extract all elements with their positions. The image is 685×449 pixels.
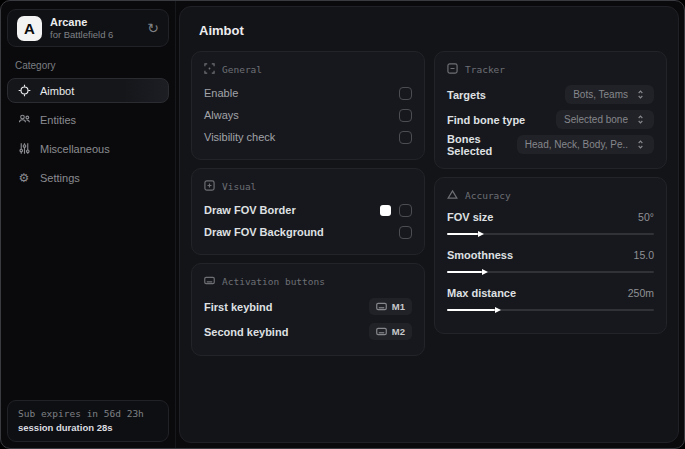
card-columns: General Enable Always Visibility check [190,51,668,356]
expand-icon [635,114,646,125]
sidebar-item-settings[interactable]: ⚙ Settings [7,165,169,190]
keybind-row-second: Second keybind M2 [204,319,412,344]
setting-row-visibility-check: Visibility check [204,126,412,148]
card-accuracy: Accuracy FOV size 50° Smoothness 15.0 [434,177,667,334]
sliders-icon [17,142,31,156]
app-logo: A [17,16,42,41]
fov-border-controls [380,204,412,217]
color-swatch[interactable] [380,205,391,216]
app-name: Arcane [50,16,113,28]
crosshair-icon [17,84,31,98]
app-header: A Arcane for Battlefield 6 ↻ [7,9,169,47]
slider-header: FOV size 50° [447,208,654,226]
card-title: Accuracy [465,190,511,201]
dropdown-value: Selected bone [564,114,628,125]
slider-label: Max distance [447,287,516,299]
targets-dropdown[interactable]: Bots, Teams [565,85,654,104]
bones-selected-dropdown[interactable]: Head, Neck, Body, Pe.. [517,135,654,154]
slider-header: Max distance 250m [447,284,654,302]
app-title-block: Arcane for Battlefield 6 [50,16,113,40]
draw-fov-border-checkbox[interactable] [399,204,412,217]
card-accuracy-header: Accuracy [447,187,654,204]
sidebar-item-label: Entities [40,114,76,126]
dropdown-value: Head, Neck, Body, Pe.. [525,139,628,150]
slider-fill [447,271,482,273]
entities-icon [17,113,31,127]
sidebar-item-miscellaneous[interactable]: Miscellaneous [7,136,169,161]
setting-row-draw-fov-border: Draw FOV Border [204,199,412,221]
page-title: Aimbot [199,23,668,38]
triangle-icon [447,189,458,202]
keybind-value: M1 [392,301,405,312]
tracker-label: Bones Selected [447,133,517,157]
tracker-row-targets: Targets Bots, Teams [447,82,654,107]
app-window: A Arcane for Battlefield 6 ↻ Category Ai… [0,0,685,449]
subscription-expires: Sub expires in 56d 23h [18,408,158,419]
setting-label: Draw FOV Background [204,226,324,238]
keybind-row-first: First keybind M1 [204,294,412,319]
keyboard-icon [376,301,387,312]
card-title: Activation buttons [222,276,325,287]
second-keybind-button[interactable]: M2 [369,323,412,340]
card-activation-buttons: Activation buttons First keybind M1 Seco… [191,263,425,356]
smoothness-slider[interactable] [447,271,654,273]
focus-icon [204,63,215,76]
keybind-value: M2 [392,326,405,337]
refresh-icon[interactable]: ↻ [147,21,159,35]
card-general-header: General [204,61,412,78]
card-general: General Enable Always Visibility check [191,51,425,160]
tracker-label: Targets [447,89,486,101]
max-distance-slider[interactable] [447,309,654,311]
first-keybind-button[interactable]: M1 [369,298,412,315]
card-tracker: Tracker Targets Bots, Teams Find bone ty… [434,51,667,169]
slider-fill [447,233,478,235]
sidebar-item-label: Settings [40,172,80,184]
tracker-row-find-bone-type: Find bone type Selected bone [447,107,654,132]
fov-size-slider[interactable] [447,233,654,235]
tracker-row-bones-selected: Bones Selected Head, Neck, Body, Pe.. [447,132,654,157]
expand-icon [635,139,646,150]
slider-value: 50° [638,211,654,223]
keybind-label: Second keybind [204,326,288,338]
card-activation-header: Activation buttons [204,273,412,290]
right-column: Tracker Targets Bots, Teams Find bone ty… [434,51,667,334]
setting-row-always: Always [204,104,412,126]
keyboard-icon [376,326,387,337]
main-panel: Aimbot General Enable Al [179,6,679,443]
setting-label: Always [204,109,239,121]
keybind-label: First keybind [204,301,272,313]
sidebar-item-entities[interactable]: Entities [7,107,169,132]
visibility-check-checkbox[interactable] [399,131,412,144]
setting-label: Visibility check [204,131,275,143]
slider-fill [447,309,495,311]
slider-label: FOV size [447,211,493,223]
always-checkbox[interactable] [399,109,412,122]
session-duration: session duration 28s [18,422,158,433]
card-title: General [222,64,262,75]
sidebar-item-label: Miscellaneous [40,143,110,155]
enable-checkbox[interactable] [399,87,412,100]
dropdown-value: Bots, Teams [573,89,628,100]
sidebar-item-aimbot[interactable]: Aimbot [7,78,169,103]
subscription-box: Sub expires in 56d 23h session duration … [7,400,169,442]
app-subtitle: for Battlefield 6 [50,29,113,40]
sidebar: A Arcane for Battlefield 6 ↻ Category Ai… [1,1,176,448]
card-tracker-header: Tracker [447,61,654,78]
image-plus-icon [204,180,215,193]
slider-max-distance: Max distance 250m [447,284,654,311]
card-visual-header: Visual [204,178,412,195]
find-bone-type-dropdown[interactable]: Selected bone [556,110,654,129]
slider-value: 250m [628,287,654,299]
draw-fov-background-checkbox[interactable] [399,226,412,239]
sidebar-nav: Aimbot Entities Miscellaneous ⚙ Settings [7,78,169,194]
tracker-label: Find bone type [447,114,525,126]
box-minus-icon [447,63,458,76]
setting-row-draw-fov-background: Draw FOV Background [204,221,412,243]
slider-value: 15.0 [634,249,654,261]
left-column: General Enable Always Visibility check [191,51,425,356]
app-logo-letter: A [24,20,35,37]
slider-label: Smoothness [447,249,513,261]
setting-label: Enable [204,87,238,99]
keyboard-icon [204,275,215,288]
slider-smoothness: Smoothness 15.0 [447,246,654,273]
